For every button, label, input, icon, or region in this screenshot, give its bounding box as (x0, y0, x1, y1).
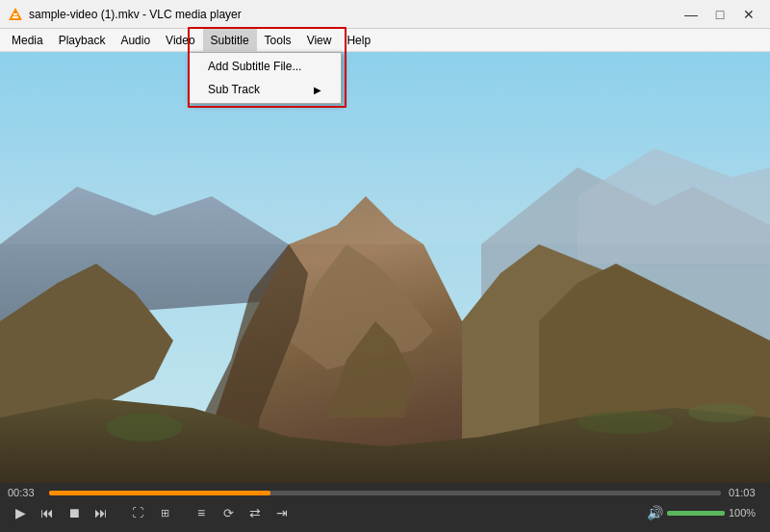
svg-point-17 (688, 403, 756, 422)
volume-container: 🔊 100% (647, 505, 762, 520)
title-bar: sample-video (1).mkv - VLC media player … (0, 0, 770, 29)
fullscreen-button[interactable]: ⛶ (125, 502, 150, 523)
svg-rect-2 (13, 13, 17, 15)
menu-subtitle[interactable]: Subtitle (203, 29, 257, 51)
volume-fill (667, 511, 725, 516)
ext-frame-button[interactable]: ⊞ (152, 502, 177, 523)
maximize-button[interactable]: □ (706, 4, 733, 25)
frame-advance-button[interactable]: ⇥ (270, 502, 295, 523)
play-button[interactable]: ▶ (8, 502, 33, 523)
minimize-button[interactable]: — (678, 4, 705, 25)
close-button[interactable]: ✕ (735, 4, 762, 25)
buttons-row: ▶ ⏮ ⏹ ⏭ ⛶ ⊞ ≡ ⟳ ⇄ ⇥ 🔊 100% (8, 502, 762, 523)
controls-bar: 00:33 01:03 ▶ ⏮ ⏹ ⏭ ⛶ ⊞ ≡ ⟳ ⇄ ⇥ (0, 483, 770, 532)
prev-button[interactable]: ⏮ (35, 502, 60, 523)
volume-label: 100% (729, 507, 762, 519)
svg-rect-18 (0, 52, 770, 244)
menu-video[interactable]: Video (158, 29, 202, 51)
menu-audio[interactable]: Audio (113, 29, 158, 51)
playlist-button[interactable]: ≡ (189, 502, 214, 523)
title-controls: — □ ✕ (678, 4, 762, 25)
sub-track-arrow: ▶ (314, 85, 321, 95)
shuffle-button[interactable]: ⇄ (243, 502, 268, 523)
add-subtitle-item[interactable]: Add Subtitle File... (189, 55, 341, 78)
subtitle-menu: Add Subtitle File... Sub Track ▶ (188, 52, 342, 104)
menu-view[interactable]: View (299, 29, 340, 51)
menu-playback[interactable]: Playback (51, 29, 114, 51)
svg-point-16 (578, 411, 674, 434)
menu-help[interactable]: Help (339, 29, 378, 51)
menu-bar: Media Playback Audio Video Subtitle Tool… (0, 29, 770, 52)
window-title: sample-video (1).mkv - VLC media player (29, 8, 242, 21)
stop-button[interactable]: ⏹ (62, 502, 87, 523)
video-scene (0, 52, 770, 483)
sub-track-item[interactable]: Sub Track ▶ (189, 78, 341, 101)
progress-bar[interactable] (49, 491, 721, 495)
svg-point-15 (106, 413, 183, 442)
progress-fill (49, 491, 270, 495)
next-button[interactable]: ⏭ (89, 502, 114, 523)
vlc-icon (8, 7, 23, 22)
volume-icon[interactable]: 🔊 (647, 505, 663, 520)
menu-media[interactable]: Media (4, 29, 51, 51)
loop-button[interactable]: ⟳ (216, 502, 241, 523)
volume-bar[interactable] (667, 511, 725, 516)
menu-tools[interactable]: Tools (257, 29, 299, 51)
time-total: 01:03 (729, 487, 762, 498)
title-left: sample-video (1).mkv - VLC media player (8, 7, 242, 22)
video-area[interactable] (0, 52, 770, 483)
time-current: 00:33 (8, 487, 41, 498)
svg-rect-1 (13, 16, 18, 18)
progress-container: 00:33 01:03 (8, 487, 762, 498)
subtitle-dropdown: Add Subtitle File... Sub Track ▶ (188, 52, 342, 104)
